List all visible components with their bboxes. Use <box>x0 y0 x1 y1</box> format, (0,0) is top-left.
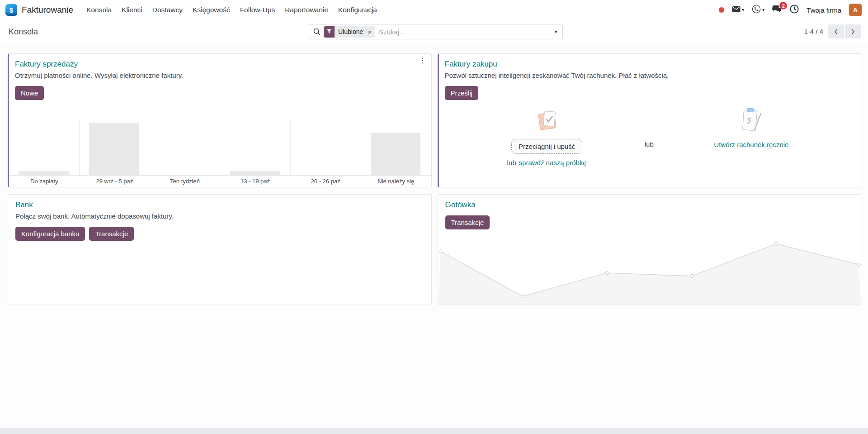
invoicing-app-icon[interactable]: $ <box>5 4 17 16</box>
chevron-down-icon: ▾ <box>742 8 744 12</box>
card-subtitle-bank: Połącz swój bank. Automatycznie dopasowu… <box>15 212 424 220</box>
menu-konsola[interactable]: Konsola <box>81 2 117 18</box>
company-switcher[interactable]: Twoja firma <box>807 6 841 14</box>
cash-transactions-button[interactable]: Transakcje <box>445 215 490 229</box>
axis-label: 13 - 19 paź <box>220 178 291 185</box>
bar-column <box>150 120 221 175</box>
card-sales-invoices: ⋮ Faktury sprzedaży Otrzymuj płatności o… <box>8 53 432 187</box>
upload-zone: Przeciągnij i upuść lub sprawdź naszą pr… <box>445 107 854 187</box>
bar-column <box>9 120 80 175</box>
sales-bar-chart: Do zapłaty 29 wrz - 5 paź Ten tydzień 13… <box>9 120 431 187</box>
email-menu-button[interactable]: ▾ <box>732 6 744 14</box>
phone-icon <box>752 5 761 15</box>
pager-value: 1-4 / 4 <box>804 28 823 35</box>
app-title[interactable]: Fakturowanie <box>22 5 73 15</box>
bar-column <box>361 120 431 175</box>
bar-nie-nalezy-sie[interactable] <box>371 133 420 175</box>
upload-bill-button[interactable]: Prześlij <box>445 86 478 100</box>
card-kebab-menu[interactable]: ⋮ <box>419 57 426 64</box>
or-text: lub <box>507 159 516 167</box>
chevron-down-icon: ▾ <box>555 29 557 35</box>
search-facet-favorites: Ulubione × <box>324 26 375 38</box>
manual-create-area: $ Utwórz rachunek ręcznie <box>649 107 854 187</box>
search-options-toggle[interactable]: ▾ <box>549 24 562 39</box>
axis-label: Nie należy się <box>361 178 431 185</box>
facet-remove-button[interactable]: × <box>367 28 375 36</box>
messages-button[interactable]: 2 <box>772 5 782 15</box>
axis-label: Ten tydzień <box>150 178 220 185</box>
messages-count-badge: 2 <box>779 2 787 10</box>
pager: 1-4 / 4 <box>804 24 861 38</box>
or-divider: lub <box>645 101 654 187</box>
search-input[interactable] <box>375 28 549 36</box>
menu-dostawcy[interactable]: Dostawcy <box>147 2 188 18</box>
bank-transactions-button[interactable]: Transakcje <box>89 227 134 241</box>
bar-column <box>291 120 361 175</box>
control-panel: Konsola Ulubione × ▾ 1-4 / 4 <box>0 20 868 43</box>
search-bar[interactable]: Ulubione × ▾ <box>309 24 563 39</box>
menu-klienci[interactable]: Klienci <box>117 2 147 18</box>
folder-check-icon <box>533 107 561 134</box>
navbar-systray: ▾ ▾ 2 Twoja firma A <box>719 4 862 16</box>
bank-setup-button[interactable]: Konfiguracja banku <box>15 227 85 241</box>
menu-follow-ups[interactable]: Follow-Ups <box>235 2 280 18</box>
card-cash: Gotówka Transakcje <box>438 194 862 305</box>
chevron-down-icon: ▾ <box>762 8 764 12</box>
menu-konfiguracja[interactable]: Konfiguracja <box>333 2 382 18</box>
card-title-cash[interactable]: Gotówka <box>445 200 854 210</box>
try-sample-link[interactable]: sprawdź naszą próbkę <box>519 159 587 167</box>
axis-label: 20 - 26 paź <box>290 178 361 185</box>
card-purchase-invoices: Faktury zakupu Pozwól sztucznej intelige… <box>438 53 862 187</box>
card-subtitle-purchase: Pozwól sztucznej inteligencji zeskanować… <box>445 72 854 79</box>
drag-drop-area[interactable]: Przeciągnij i upuść lub sprawdź naszą pr… <box>445 107 649 187</box>
divider-line <box>649 151 649 187</box>
dashboard-grid: ⋮ Faktury sprzedaży Otrzymuj płatności o… <box>0 43 868 305</box>
bar-plot <box>9 120 431 175</box>
search-icon <box>313 28 321 35</box>
breadcrumb: Konsola <box>0 27 38 37</box>
pager-next-button[interactable] <box>845 24 861 38</box>
bar-column <box>80 120 150 175</box>
horizontal-scrollbar[interactable] <box>0 428 868 434</box>
bar-column <box>220 120 291 175</box>
new-invoice-button[interactable]: Nowe <box>15 86 44 100</box>
create-bill-manually-link[interactable]: Utwórz rachunek ręcznie <box>714 141 788 148</box>
record-indicator-icon[interactable] <box>719 7 724 13</box>
bar-13-19paz[interactable] <box>230 171 280 175</box>
facet-label: Ulubione <box>335 28 367 35</box>
filter-funnel-icon <box>324 26 335 38</box>
axis-label: 29 wrz - 5 paź <box>80 178 150 185</box>
app-menu[interactable]: $ Fakturowanie <box>5 4 73 16</box>
card-bank: Bank Połącz swój bank. Automatycznie dop… <box>8 194 432 305</box>
menu-ksiegowosc[interactable]: Księgowość <box>188 2 235 18</box>
divider-or-text: lub <box>645 137 654 151</box>
pager-previous-button[interactable] <box>828 24 844 38</box>
sample-row: lub sprawdź naszą próbkę <box>507 159 587 167</box>
drag-drop-button[interactable]: Przeciągnij i upuść <box>511 139 582 154</box>
bar-29wrz-5paz[interactable] <box>89 123 139 175</box>
phone-menu-button[interactable]: ▾ <box>752 5 764 15</box>
card-title-purchase[interactable]: Faktury zakupu <box>445 60 854 69</box>
user-avatar[interactable]: A <box>849 4 862 16</box>
bar-axis-labels: Do zapłaty 29 wrz - 5 paź Ten tydzień 13… <box>9 175 431 187</box>
card-subtitle-sales: Otrzymuj płatności online. Wysyłaj elekt… <box>15 72 424 79</box>
card-title-sales[interactable]: Faktury sprzedaży <box>15 60 424 69</box>
top-navbar: $ Fakturowanie Konsola Klienci Dostawcy … <box>0 0 868 20</box>
cash-line-chart <box>438 235 861 305</box>
clock-icon <box>790 5 799 15</box>
envelope-icon <box>732 6 741 14</box>
bar-do-zaplaty[interactable] <box>19 171 69 175</box>
activities-button[interactable] <box>790 5 799 15</box>
divider-line <box>649 101 649 137</box>
main-menu: Konsola Klienci Dostawcy Księgowość Foll… <box>81 2 382 18</box>
axis-label: Do zapłaty <box>9 178 80 185</box>
menu-raportowanie[interactable]: Raportowanie <box>280 2 333 18</box>
bill-pencil-icon: $ <box>741 107 762 134</box>
card-title-bank[interactable]: Bank <box>15 200 424 210</box>
